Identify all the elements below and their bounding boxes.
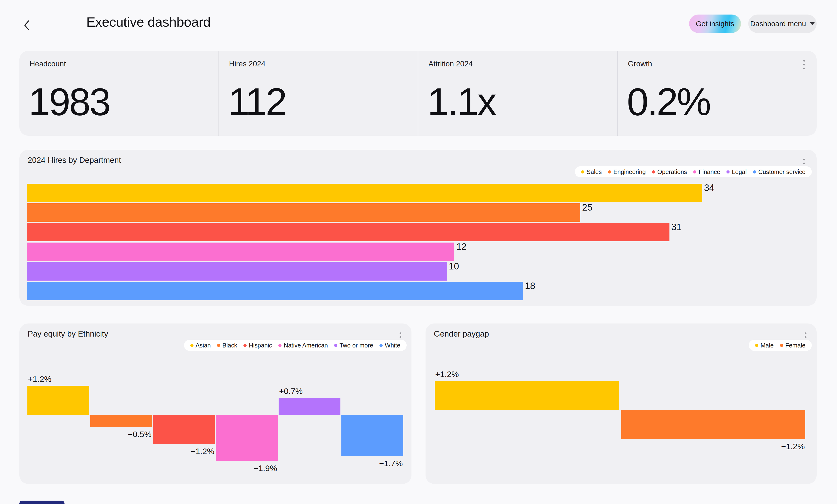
bar-value-label: −1.7% xyxy=(379,459,403,468)
bar-row-sales: 34 xyxy=(27,184,789,202)
bar-white[interactable] xyxy=(341,415,403,456)
gender-paygap-card: Gender paygap MaleFemale +1.2%−1.2% xyxy=(426,323,817,484)
legend-item-hispanic[interactable]: Hispanic xyxy=(244,342,272,349)
chart-title: Pay equity by Ethnicity xyxy=(28,329,108,338)
pay-chart-legend: AsianBlackHispanicNative AmericanTwo or … xyxy=(184,340,407,351)
legend-item-sales[interactable]: Sales xyxy=(581,168,602,175)
kpi-label: Attrition 2024 xyxy=(428,60,617,68)
bar-female[interactable] xyxy=(621,410,805,439)
bar-sales[interactable] xyxy=(27,184,702,202)
legend-item-white[interactable]: White xyxy=(379,342,400,349)
legend-label: Sales xyxy=(587,168,602,175)
bar-finance[interactable] xyxy=(27,243,455,261)
gender-diverging-plot: +1.2%−1.2% xyxy=(435,373,807,477)
bar-row-customer-service: 18 xyxy=(27,282,789,300)
hires-chart-legend: SalesEngineeringOperationsFinanceLegalCu… xyxy=(575,166,812,178)
page-title: Executive dashboard xyxy=(86,14,211,30)
bar-value-label: 10 xyxy=(449,262,459,271)
bar-value-label: 25 xyxy=(582,203,592,212)
chart-title: 2024 Hires by Department xyxy=(28,155,121,165)
bar-value-label: −1.2% xyxy=(781,442,805,451)
kpi-card-menu-button[interactable] xyxy=(798,57,810,72)
bar-row-engineering: 25 xyxy=(27,203,789,222)
legend-dot xyxy=(755,344,758,347)
column-two-or-more: +0.7% xyxy=(279,378,341,482)
bar-legal[interactable] xyxy=(27,262,447,281)
bar-native-american[interactable] xyxy=(216,415,278,461)
hires-bar-plot: 342531121018 xyxy=(27,184,789,301)
bar-row-legal: 10 xyxy=(27,262,789,281)
legend-dot xyxy=(581,170,584,173)
legend-label: Two or more xyxy=(339,342,373,349)
legend-label: Customer service xyxy=(759,168,806,175)
bar-operations[interactable] xyxy=(27,223,670,241)
bar-male[interactable] xyxy=(435,381,619,410)
chart-title: Gender paygap xyxy=(434,329,489,338)
bar-value-label: +1.2% xyxy=(28,374,51,384)
legend-label: Operations xyxy=(657,168,687,175)
legend-label: White xyxy=(385,342,400,349)
bar-hispanic[interactable] xyxy=(153,415,215,444)
bar-engineering[interactable] xyxy=(27,203,580,222)
bar-asian[interactable] xyxy=(28,386,89,415)
bar-row-finance: 12 xyxy=(27,243,789,261)
kpi-label: Hires 2024 xyxy=(229,60,418,68)
legend-item-legal[interactable]: Legal xyxy=(727,168,747,175)
legend-item-female[interactable]: Female xyxy=(780,342,805,349)
kpi-hires-2024: Hires 2024112 xyxy=(218,51,418,136)
legend-item-asian[interactable]: Asian xyxy=(190,342,211,349)
legend-label: Asian xyxy=(196,342,211,349)
kpi-summary-card: Headcount1983Hires 2024112Attrition 2024… xyxy=(19,51,817,136)
bar-value-label: −1.2% xyxy=(191,446,214,456)
legend-dot xyxy=(693,170,696,173)
bar-value-label: 34 xyxy=(704,183,714,192)
legend-dot xyxy=(190,344,194,347)
legend-dot xyxy=(217,344,220,347)
bar-row-operations: 31 xyxy=(27,223,789,241)
column-hispanic: −1.2% xyxy=(153,378,216,482)
gender-chart-legend: MaleFemale xyxy=(749,340,812,351)
kpi-value: 112 xyxy=(228,79,286,124)
chevron-left-icon xyxy=(21,28,32,32)
kpi-label: Headcount xyxy=(30,60,218,68)
pay-diverging-plot: +1.2%−0.5%−1.2%−1.9%+0.7%−1.7% xyxy=(28,378,404,482)
legend-item-black[interactable]: Black xyxy=(217,342,237,349)
legend-label: Black xyxy=(222,342,237,349)
bar-value-label: 31 xyxy=(671,222,681,232)
pay-equity-card: Pay equity by Ethnicity AsianBlackHispan… xyxy=(19,323,411,484)
column-asian: +1.2% xyxy=(28,378,90,482)
bar-customer-service[interactable] xyxy=(27,282,523,300)
legend-item-customer-service[interactable]: Customer service xyxy=(753,168,806,175)
back-button[interactable] xyxy=(21,19,32,32)
dashboard-menu-button[interactable]: Dashboard menu xyxy=(748,15,817,33)
legend-item-engineering[interactable]: Engineering xyxy=(608,168,646,175)
legend-label: Finance xyxy=(698,168,720,175)
kpi-columns: Headcount1983Hires 2024112Attrition 2024… xyxy=(19,51,817,136)
legend-label: Engineering xyxy=(613,168,646,175)
legend-dot xyxy=(278,344,282,347)
legend-label: Legal xyxy=(732,168,747,175)
legend-item-finance[interactable]: Finance xyxy=(693,168,720,175)
legend-item-two-or-more[interactable]: Two or more xyxy=(334,342,373,349)
kpi-attrition-2024: Attrition 20241.1x xyxy=(418,51,617,136)
legend-item-male[interactable]: Male xyxy=(755,342,773,349)
dashboard-menu-label: Dashboard menu xyxy=(750,20,806,28)
kpi-value: 1.1x xyxy=(427,79,495,124)
kpi-label: Growth xyxy=(628,60,817,68)
legend-item-operations[interactable]: Operations xyxy=(652,168,687,175)
column-male: +1.2% xyxy=(435,373,621,477)
get-insights-button[interactable]: Get insights xyxy=(689,15,741,33)
legend-dot xyxy=(652,170,655,173)
bar-value-label: −1.9% xyxy=(254,463,277,473)
legend-item-native-american[interactable]: Native American xyxy=(278,342,328,349)
bar-value-label: 12 xyxy=(456,242,466,251)
legend-dot xyxy=(334,344,337,347)
kpi-growth: Growth0.2% xyxy=(617,51,817,136)
header-actions: Get insights Dashboard menu xyxy=(689,15,817,33)
bar-two-or-more[interactable] xyxy=(279,398,340,415)
legend-dot xyxy=(727,170,730,173)
bottom-partial-element[interactable] xyxy=(19,501,65,504)
legend-dot xyxy=(379,344,382,347)
column-white: −1.7% xyxy=(341,378,404,482)
bar-black[interactable] xyxy=(90,415,152,427)
